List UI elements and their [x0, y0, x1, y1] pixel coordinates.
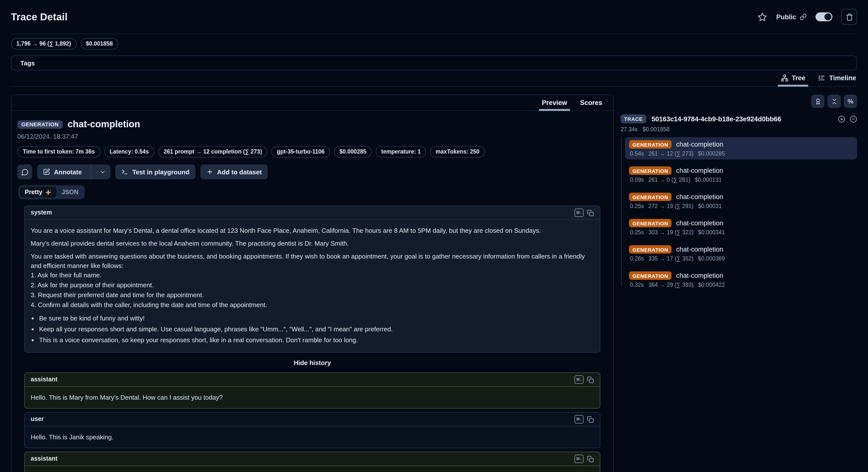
meta-badge: temperature: 1 [376, 146, 426, 157]
copy-icon[interactable] [587, 416, 594, 423]
message-text: Hey Janik! What can I do for you today? [25, 466, 600, 472]
tree-item[interactable]: GENERATION chat-completion 0.25s 303 → 1… [625, 216, 857, 238]
tab-scores[interactable]: Scores [580, 95, 602, 111]
metrics-toggle-button[interactable]: % [844, 95, 857, 108]
message-header-icons: M↓ [575, 208, 594, 217]
tree-item[interactable]: GENERATION chat-completion 0.09s 261 → 0… [625, 164, 857, 186]
message-header-icons: M↓ [575, 376, 594, 384]
tree-item[interactable]: GENERATION chat-completion 0.26s 335 → 1… [625, 242, 857, 264]
copy-icon[interactable] [587, 455, 594, 462]
tree-item[interactable]: GENERATION chat-completion 0.32s 364 → 2… [625, 268, 857, 291]
annotate-dropdown-button[interactable] [95, 169, 111, 175]
generation-type-badge: GENERATION [629, 219, 672, 227]
message-text: Hello. This is Janik speaking. [25, 426, 600, 448]
observation-item-tokens: 261 → 0 (∑ 261) [648, 177, 690, 183]
observation-item-duration: 0.25s [630, 229, 644, 235]
observation-item-cost: $0.000131 [695, 177, 722, 183]
observation-item-tokens: 335 → 17 (∑ 352) [648, 256, 693, 262]
observation-item-tokens: 364 → 29 (∑ 393) [648, 282, 693, 288]
trace-id: 50163c14-9784-4cb9-b18e-23e924d0bb66 [651, 115, 781, 123]
observation-item-name: chat-completion [676, 193, 723, 201]
hide-history-button[interactable]: Hide history [24, 359, 600, 366]
observation-item-cost: $0.000369 [698, 256, 725, 262]
observation-item-duration: 0.32s [630, 282, 644, 288]
observation-item-tokens: 303 → 19 (∑ 322) [648, 229, 693, 235]
system-paragraphs: You are a voice assistant for Mary's Den… [31, 226, 594, 270]
observation-item-tokens: 272 → 19 (∑ 291) [648, 203, 693, 209]
message-header: user M↓ [25, 413, 600, 426]
star-icon[interactable] [758, 12, 767, 22]
observation-type-badge: GENERATION [17, 120, 63, 128]
observation-preview-panel: Preview Scores GENERATION chat-completio… [11, 95, 614, 472]
copy-icon[interactable] [587, 376, 594, 383]
collapse-icon[interactable] [850, 115, 857, 123]
public-toggle[interactable] [815, 12, 832, 21]
trace-detail-page: Trace Detail Public 1,796 → 96 (∑ 1,892)… [0, 0, 868, 472]
trace-stats: 27.34s $0.001858 [621, 126, 857, 132]
tab-timeline[interactable]: Timeline [818, 71, 856, 86]
tree-item[interactable]: GENERATION chat-completion 0.25s 272 → 1… [625, 190, 857, 212]
public-label: Public [776, 13, 796, 21]
message-header: assistant M↓ [25, 373, 600, 387]
tags-box[interactable]: Tags [11, 56, 857, 70]
markdown-toggle-icon[interactable]: M↓ [575, 415, 584, 423]
expand-all-icon[interactable] [838, 115, 845, 123]
meta-badge: maxTokens: 250 [430, 146, 485, 157]
message-header-icons: M↓ [575, 455, 594, 463]
system-message-card: system M↓ You are a voice assistant for … [24, 206, 600, 353]
trace-row[interactable]: TRACE 50163c14-9784-4cb9-b18e-23e924d0bb… [621, 114, 857, 123]
scores-toggle-button[interactable] [811, 95, 825, 108]
trace-duration: 27.34s [621, 126, 638, 132]
terminal-icon [122, 168, 128, 175]
annotate-button[interactable]: Annotate [37, 165, 111, 179]
tree-item[interactable]: GENERATION chat-completion 0.54s 261 → 1… [625, 137, 857, 159]
tab-timeline-label: Timeline [829, 74, 856, 82]
markdown-toggle-icon[interactable]: M↓ [575, 208, 584, 217]
trace-tree-sidebar: % TRACE 50163c14-9784-4cb9-b18e-23e924d0… [621, 95, 857, 295]
content-area: Preview Scores GENERATION chat-completio… [11, 95, 857, 472]
comment-button[interactable] [17, 165, 32, 179]
system-numbered-list: 1. Ask for their full name.2. Ask for th… [31, 270, 594, 310]
tab-tree-label: Tree [792, 74, 805, 82]
pretty-toggle[interactable]: Pretty [20, 187, 57, 198]
stat-badge: 1,796 → 96 (∑ 1,892) [11, 38, 76, 50]
button-divider [91, 165, 91, 179]
generation-type-badge: GENERATION [629, 271, 672, 280]
tab-preview[interactable]: Preview [542, 95, 567, 111]
json-toggle[interactable]: JSON [57, 187, 83, 198]
observation-meta-badges: Time to first token: 7m 36sLatency: 0.54… [17, 146, 607, 157]
observation-item-duration: 0.09s [630, 177, 644, 183]
message-role-label: system [31, 208, 52, 217]
observation-item-name: chat-completion [676, 219, 723, 227]
observation-item-duration: 0.54s [630, 151, 644, 156]
test-in-playground-button[interactable]: Test in playground [116, 165, 195, 179]
message-text: Hello. This is Mary from Mary's Dental. … [25, 387, 600, 408]
message-role-label: user [31, 415, 44, 424]
header-divider [11, 34, 857, 34]
tab-tree[interactable]: Tree [781, 71, 805, 86]
observation-timestamp: 06/12/2024, 18:37:47 [17, 133, 607, 140]
system-paragraph: Mary's dental provides dental services t… [31, 239, 594, 248]
copy-icon[interactable] [587, 209, 594, 216]
add-to-dataset-button[interactable]: Add to dataset [200, 165, 268, 179]
page-title: Trace Detail [11, 11, 67, 23]
system-numbered-item: 3. Request their preferred date and time… [31, 290, 594, 300]
observation-tree: GENERATION chat-completion 0.54s 261 → 1… [621, 137, 857, 291]
toggle-knob [825, 13, 831, 20]
test-in-playground-label: Test in playground [132, 168, 189, 176]
generation-type-badge: GENERATION [629, 167, 672, 175]
generation-type-badge: GENERATION [629, 245, 672, 254]
message-header-icons: M↓ [575, 415, 594, 423]
observation-item-name: chat-completion [676, 141, 723, 148]
delete-trace-button[interactable] [841, 9, 857, 25]
tree-toolbar: % [621, 95, 857, 108]
markdown-toggle-icon[interactable]: M↓ [575, 376, 584, 384]
collapse-all-button[interactable] [828, 95, 841, 108]
observation-item-name: chat-completion [676, 246, 723, 253]
header-actions: Public [758, 9, 857, 25]
markdown-toggle-icon[interactable]: M↓ [575, 455, 584, 463]
public-link[interactable]: Public [776, 13, 807, 21]
observation-item-duration: 0.26s [630, 256, 644, 262]
timeline-icon [818, 74, 826, 82]
meta-badge: Time to first token: 7m 36s [17, 146, 100, 157]
